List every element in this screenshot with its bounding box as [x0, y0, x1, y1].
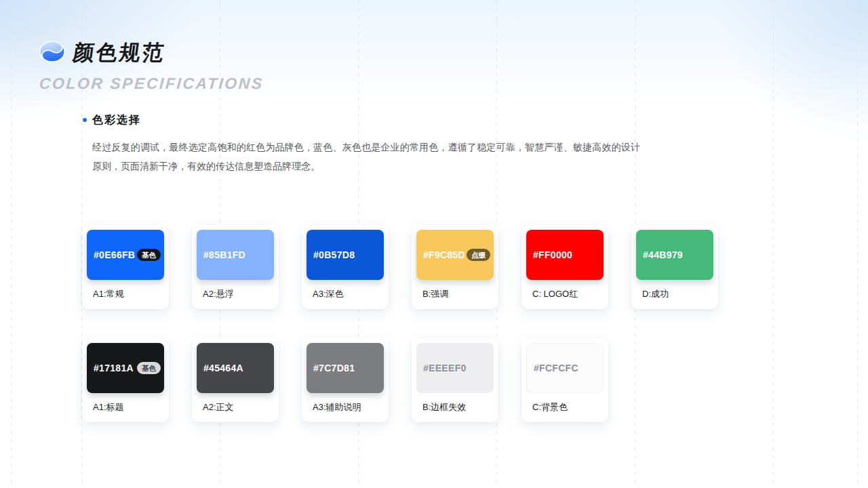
- color-swatch: #45464A: [197, 343, 274, 393]
- palette-row-primary: #0E66FB基色A1:常规#85B1FDA2:悬浮#0B57D8A3:深色#F…: [82, 225, 718, 309]
- color-swatch: #F9C85D点缀: [416, 230, 494, 280]
- color-swatch: #0E66FB基色: [87, 230, 164, 280]
- palette-row-neutral: #17181A基色A1:标题#45464AA2:正文#7C7D81A3:辅助说明…: [82, 338, 608, 422]
- color-card-label: A2:悬浮: [203, 288, 274, 300]
- color-role-badge: 基色: [137, 249, 161, 262]
- color-card: #EEEEF0B:边框失效: [412, 338, 498, 422]
- color-card-label: A3:辅助说明: [313, 401, 384, 413]
- color-swatch: #85B1FD: [197, 230, 274, 280]
- color-card-label: A1:标题: [93, 401, 164, 413]
- color-hex-value: #7C7D81: [313, 363, 355, 373]
- color-card-label: B:边框失效: [422, 401, 494, 413]
- section-bullet-dot: [83, 118, 87, 122]
- color-hex-value: #0E66FB: [94, 249, 135, 260]
- brand-swirl-logo-icon: [38, 40, 66, 63]
- color-swatch: #FCFCFC: [526, 343, 604, 393]
- color-swatch: #7C7D81: [307, 343, 384, 393]
- color-hex-value: #44B979: [643, 249, 683, 260]
- page-subtitle: COLOR SPECIFICATIONS: [39, 75, 264, 93]
- section-paragraph: 经过反复的调试，最终选定高饱和的红色为品牌色，蓝色、灰色也是企业的常用色，遵循了…: [92, 138, 640, 176]
- color-card: #85B1FDA2:悬浮: [192, 225, 279, 309]
- color-card: #7C7D81A3:辅助说明: [302, 338, 389, 422]
- color-card-label: A2:正文: [203, 401, 274, 413]
- color-card-label: C:背景色: [532, 401, 604, 413]
- color-swatch: #FF0000: [526, 230, 604, 280]
- color-hex-value: #F9C85D: [423, 249, 465, 260]
- color-card: #0B57D8A3:深色: [302, 225, 389, 309]
- color-hex-value: #EEEEF0: [423, 363, 467, 373]
- color-swatch: #0B57D8: [307, 230, 384, 280]
- color-card-label: B:强调: [422, 288, 494, 300]
- color-card: #44B979D:成功: [631, 225, 718, 309]
- color-hex-value: #85B1FD: [203, 249, 245, 260]
- color-card: #F9C85D点缀B:强调: [412, 225, 498, 309]
- slide-canvas: 颜色规范 COLOR SPECIFICATIONS 色彩选择 经过反复的调试，最…: [0, 0, 868, 488]
- page-title: 颜色规范: [71, 39, 167, 67]
- color-hex-value: #FF0000: [533, 249, 572, 260]
- color-role-badge: 基色: [137, 362, 161, 375]
- color-card-label: A3:深色: [313, 288, 384, 300]
- section-heading: 色彩选择: [92, 113, 141, 127]
- color-card-label: C: LOGO红: [532, 288, 604, 300]
- color-card-label: A1:常规: [93, 288, 164, 300]
- grid-guide-line: [11, 0, 12, 488]
- color-role-badge: 点缀: [467, 249, 490, 262]
- color-card: #45464AA2:正文: [192, 338, 279, 422]
- color-swatch: #44B979: [636, 230, 713, 280]
- grid-guide-line: [773, 0, 774, 488]
- color-card: #0E66FB基色A1:常规: [82, 225, 169, 309]
- color-swatch: #17181A基色: [87, 343, 164, 393]
- color-card-label: D:成功: [642, 288, 713, 300]
- color-swatch: #EEEEF0: [416, 343, 494, 393]
- color-hex-value: #0B57D8: [313, 249, 355, 260]
- color-hex-value: #17181A: [94, 363, 134, 373]
- color-card: #FCFCFCC:背景色: [521, 338, 608, 422]
- color-card: #17181A基色A1:标题: [82, 338, 169, 422]
- color-card: #FF0000C: LOGO红: [521, 225, 608, 309]
- color-hex-value: #FCFCFC: [534, 363, 578, 373]
- grid-guide-line: [857, 0, 858, 488]
- color-hex-value: #45464A: [203, 363, 243, 373]
